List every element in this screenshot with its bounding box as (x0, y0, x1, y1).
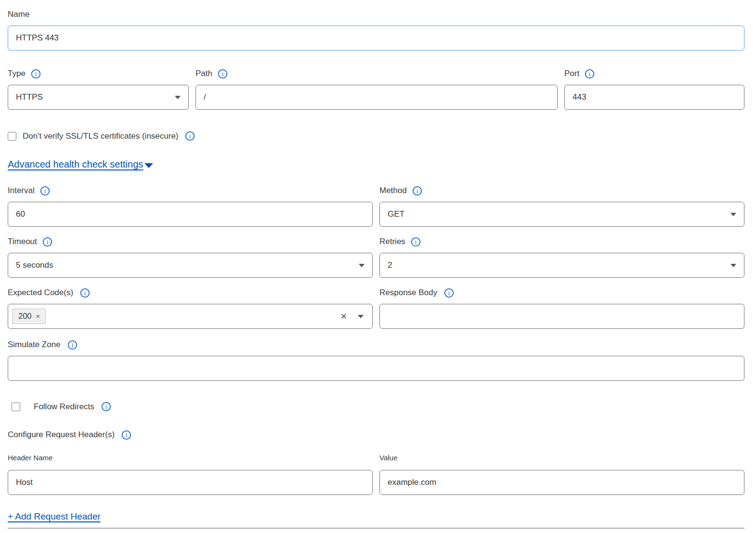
clear-all-icon[interactable]: ✕ (340, 312, 347, 322)
type-select-value: HTTPS (16, 92, 43, 102)
simulate-zone-label: Simulate Zone (8, 340, 61, 350)
type-label: Type (8, 69, 26, 78)
svg-text:i: i (35, 71, 37, 78)
follow-redirects-label: Follow Redirects (34, 402, 94, 412)
path-field: Path i (196, 68, 558, 110)
expected-codes-label: Expected Code(s) (8, 288, 73, 298)
info-icon[interactable]: i (31, 69, 41, 79)
method-select-value: GET (388, 209, 404, 219)
method-select[interactable]: GET (379, 202, 744, 227)
advanced-settings-label: Advanced health check settings (8, 159, 143, 170)
info-icon[interactable]: i (101, 402, 111, 412)
svg-text:i: i (71, 342, 73, 349)
timeout-field: Timeout i 5 seconds (8, 236, 373, 278)
header-row: Header Name Value (8, 454, 744, 495)
chevron-down-icon (730, 213, 736, 216)
advanced-settings-link[interactable]: Advanced health check settings (8, 159, 153, 170)
svg-text:i: i (189, 133, 191, 140)
retries-select-value: 2 (388, 260, 392, 270)
info-icon[interactable]: i (185, 131, 195, 141)
path-input[interactable] (196, 85, 558, 110)
health-check-form: Name Type i HTTPS Path i (0, 0, 756, 533)
name-label: Name (8, 10, 29, 19)
header-name-label: Header Name (8, 454, 52, 462)
header-value-input[interactable] (379, 470, 744, 495)
add-request-header-link[interactable]: + Add Request Header (8, 511, 101, 522)
info-icon[interactable]: i (585, 69, 595, 79)
type-path-port-row: Type i HTTPS Path i (8, 68, 744, 110)
code-tag: 200 × (12, 309, 46, 324)
method-label: Method (379, 186, 407, 195)
svg-text:i: i (448, 290, 450, 297)
ssl-verify-checkbox-row: Don't verify SSL/TLS certificates (insec… (8, 131, 744, 141)
configure-headers-label: Configure Request Header(s) (8, 430, 115, 440)
svg-text:i: i (589, 71, 591, 78)
name-field: Name (8, 9, 744, 51)
chevron-down-icon (730, 264, 736, 267)
info-icon[interactable]: i (40, 186, 50, 196)
section-divider (8, 528, 744, 529)
chevron-down-icon (359, 264, 365, 267)
codes-body-row: Expected Code(s) i 200 × ✕ Response Body (8, 287, 744, 329)
response-body-input[interactable] (379, 304, 744, 329)
retries-select[interactable]: 2 (379, 253, 744, 278)
info-icon[interactable]: i (411, 237, 421, 247)
response-body-field: Response Body i (379, 287, 744, 329)
code-tag-value: 200 (18, 312, 32, 321)
chevron-down-icon[interactable] (358, 315, 364, 318)
timeout-select-value: 5 seconds (16, 260, 53, 270)
svg-text:i: i (415, 239, 417, 246)
info-icon[interactable]: i (80, 288, 90, 298)
info-icon[interactable]: i (67, 340, 78, 350)
path-label: Path (196, 69, 212, 78)
svg-text:i: i (222, 71, 224, 78)
remove-tag-icon[interactable]: × (36, 312, 40, 320)
simulate-zone-input[interactable] (8, 356, 744, 381)
info-icon[interactable]: i (42, 237, 52, 247)
timeout-label: Timeout (8, 237, 37, 247)
svg-text:i: i (84, 290, 86, 297)
info-icon[interactable]: i (121, 430, 131, 440)
ssl-verify-label: Don't verify SSL/TLS certificates (insec… (23, 131, 179, 141)
simulate-zone-field: Simulate Zone i (8, 339, 744, 381)
expected-codes-field: Expected Code(s) i 200 × ✕ (8, 287, 373, 329)
port-label: Port (564, 69, 579, 78)
type-select[interactable]: HTTPS (8, 85, 189, 110)
svg-text:i: i (416, 188, 418, 195)
header-value-label: Value (379, 454, 397, 462)
svg-text:i: i (47, 239, 49, 246)
response-body-label: Response Body (379, 288, 437, 298)
caret-down-icon (144, 163, 153, 168)
info-icon[interactable]: i (412, 186, 422, 196)
follow-redirects-checkbox[interactable] (12, 403, 20, 411)
info-icon[interactable]: i (218, 69, 228, 79)
header-value-field: Value (379, 454, 744, 495)
port-field: Port i (564, 68, 744, 110)
retries-label: Retries (379, 237, 405, 247)
header-name-input[interactable] (8, 470, 373, 495)
svg-text:i: i (126, 432, 128, 439)
add-request-header-label: + Add Request Header (8, 511, 101, 522)
chevron-down-icon (175, 96, 181, 99)
interval-label: Interval (8, 186, 35, 195)
header-name-field: Header Name (8, 454, 373, 495)
follow-redirects-row: Follow Redirects i (8, 402, 744, 412)
timeout-retries-row: Timeout i 5 seconds Retries i 2 (8, 236, 744, 278)
method-field: Method i GET (379, 185, 744, 227)
ssl-verify-checkbox[interactable] (8, 132, 16, 141)
retries-field: Retries i 2 (379, 236, 744, 278)
name-input[interactable] (8, 26, 744, 51)
svg-text:i: i (44, 188, 46, 195)
expected-codes-multiselect[interactable]: 200 × ✕ (8, 304, 373, 329)
svg-text:i: i (105, 403, 107, 410)
interval-method-row: Interval i Method i GET (8, 185, 744, 227)
interval-field: Interval i (8, 185, 373, 227)
timeout-select[interactable]: 5 seconds (8, 253, 373, 278)
port-input[interactable] (564, 85, 744, 110)
interval-input[interactable] (8, 202, 373, 227)
configure-headers-row: Configure Request Header(s) i (8, 429, 744, 441)
type-field: Type i HTTPS (8, 68, 189, 110)
info-icon[interactable]: i (444, 288, 454, 298)
